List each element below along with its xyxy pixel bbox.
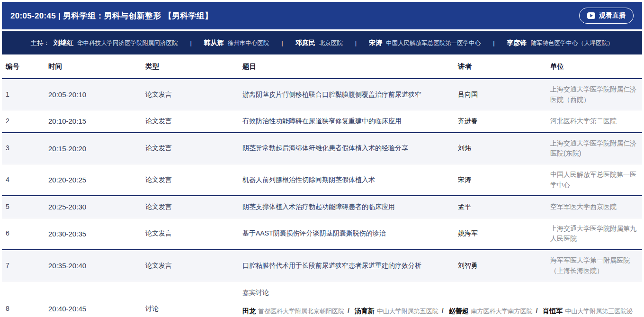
row-number: 6 bbox=[2, 218, 45, 250]
moderator-item: 宋涛中国人民解放军总医院第一医学中心 bbox=[369, 38, 481, 47]
table-row: 6 20:30-20:35 论文发言 基于AAST阴囊损伤评分谈阴茎阴囊撕脱伤的… bbox=[2, 218, 642, 250]
discussion-cell: 嘉宾讨论 田龙首都医科大学附属北京朝阳医院/ 汤育新中山大学附属第五医院/ 赵善… bbox=[239, 281, 642, 317]
discussant-separator: / bbox=[348, 307, 349, 315]
row-speaker: 刘智勇 bbox=[454, 250, 546, 281]
discussant-name: 汤育新 bbox=[355, 307, 375, 315]
session-title: 20:05-20:45 | 男科学组：男科与创新整形 【男科学组】 bbox=[10, 10, 213, 21]
row-number: 5 bbox=[2, 196, 45, 218]
row-speaker: 齐进春 bbox=[454, 110, 546, 133]
discussant: 赵善超南方医科大学南方医院/ bbox=[449, 307, 541, 315]
moderator-name: 邓庶民 bbox=[295, 39, 315, 46]
row-number: 7 bbox=[2, 250, 45, 281]
moderator-item: 韩从辉徐州市中心医院 bbox=[204, 38, 269, 47]
row-org: 上海交通大学医学院附属仁济医院（西院） bbox=[546, 79, 642, 110]
row-speaker: 宋涛 bbox=[454, 164, 546, 196]
moderator-affiliation: 陆军特色医学中心（大坪医院） bbox=[531, 40, 614, 46]
col-title: 题目 bbox=[239, 54, 454, 79]
moderator-item: 刘继红华中科技大学同济医学院附属同济医院 bbox=[54, 38, 178, 47]
row-type: 论文发言 bbox=[142, 110, 239, 133]
moderator-item: 李彦锋陆军特色医学中心（大坪医院） bbox=[507, 38, 614, 47]
row-type: 论文发言 bbox=[142, 164, 239, 196]
discussant: 田龙首都医科大学附属北京朝阳医院/ bbox=[242, 307, 353, 315]
row-number: 3 bbox=[2, 133, 45, 164]
moderator-name: 韩从辉 bbox=[204, 39, 224, 46]
moderator-name: 刘继红 bbox=[54, 39, 73, 46]
row-time: 20:05-20:10 bbox=[45, 79, 142, 110]
row-title: 基于AAST阴囊损伤评分谈阴茎阴囊撕脱伤的诊治 bbox=[239, 218, 454, 250]
row-type: 论文发言 bbox=[142, 196, 239, 218]
discussant-separator: / bbox=[536, 307, 538, 315]
table-row: 7 20:35-20:40 论文发言 口腔粘膜替代术用于长段前尿道狭窄患者尿道重… bbox=[2, 250, 642, 281]
watch-live-label: 观看直播 bbox=[599, 11, 626, 20]
row-type: 论文发言 bbox=[142, 133, 239, 164]
row-org: 河北医科大学第二医院 bbox=[546, 110, 642, 133]
row-time: 20:15-20:20 bbox=[45, 133, 142, 164]
row-number: 4 bbox=[2, 164, 45, 196]
moderator-affiliation: 华中科技大学同济医学院附属同济医院 bbox=[77, 40, 178, 46]
row-org: 空军军医大学西京医院 bbox=[546, 196, 642, 218]
moderator-item: 邓庶民北京医院 bbox=[295, 38, 343, 47]
row-speaker: 刘炜 bbox=[454, 133, 546, 164]
moderator-separator: | bbox=[190, 39, 191, 46]
discussant-org: 中山大学附属第五医院 bbox=[377, 308, 438, 315]
row-speaker: 孟平 bbox=[454, 196, 546, 218]
discussant-list: 田龙首都医科大学附属北京朝阳医院/ 汤育新中山大学附属第五医院/ 赵善超南方医科… bbox=[242, 305, 638, 317]
row-title: 机器人前列腺根治性切除同期阴茎假体植入术 bbox=[239, 164, 454, 196]
row-time: 20:10-20:15 bbox=[45, 110, 142, 133]
row-type: 论文发言 bbox=[142, 218, 239, 250]
table-row-discussion: 8 20:40-20:45 讨论 嘉宾讨论 田龙首都医科大学附属北京朝阳医院/ … bbox=[2, 281, 642, 317]
row-title: 阴茎异常勃起后海绵体纤维化患者假体植入术的经验分享 bbox=[239, 133, 454, 164]
session-header-bar: 20:05-20:45 | 男科学组：男科与创新整形 【男科学组】 观看直播 bbox=[2, 2, 642, 29]
discussant-separator: / bbox=[442, 307, 444, 315]
col-type: 类型 bbox=[142, 54, 239, 79]
table-header-row: 编号 时间 类型 题目 讲者 单位 bbox=[2, 54, 642, 79]
moderator-separator: | bbox=[281, 39, 283, 46]
row-title: 有效防治性功能障碍在尿道狭窄修复重建中的临床应用 bbox=[239, 110, 454, 133]
row-title: 游离阴茎皮片背侧移植联合口腔黏膜腹侧覆盖治疗前尿道狭窄 bbox=[239, 79, 454, 110]
row-time: 20:20-20:25 bbox=[45, 164, 142, 196]
moderators-label: 主持： bbox=[30, 39, 50, 47]
col-org: 单位 bbox=[546, 54, 642, 79]
row-time: 20:35-20:40 bbox=[45, 250, 142, 281]
row-org: 上海交通大学医学院附属仁济医院(东院) bbox=[546, 133, 642, 164]
play-icon bbox=[587, 12, 595, 19]
discussant-name: 赵善超 bbox=[449, 307, 469, 315]
table-row: 1 20:05-20:10 论文发言 游离阴茎皮片背侧移植联合口腔黏膜腹侧覆盖治… bbox=[2, 79, 642, 110]
row-time: 20:30-20:35 bbox=[45, 218, 142, 250]
discussion-label: 嘉宾讨论 bbox=[242, 288, 638, 298]
discussant-name: 肖恒军 bbox=[543, 307, 563, 315]
row-speaker: 姚海军 bbox=[454, 218, 546, 250]
moderator-affiliation: 中国人民解放军总医院第一医学中心 bbox=[386, 40, 481, 46]
moderator-affiliation: 北京医院 bbox=[319, 40, 343, 46]
moderators-bar: 主持： 刘继红华中科技大学同济医学院附属同济医院 | 韩从辉徐州市中心医院 | … bbox=[2, 31, 642, 54]
row-number: 2 bbox=[2, 110, 45, 133]
row-title: 口腔粘膜替代术用于长段前尿道狭窄患者尿道重建的疗效分析 bbox=[239, 250, 454, 281]
col-speaker: 讲者 bbox=[454, 54, 546, 79]
row-type: 论文发言 bbox=[142, 250, 239, 281]
row-title: 阴茎支撑体植入术治疗勃起功能障碍患者的临床应用 bbox=[239, 196, 454, 218]
discussant-org: 首都医科大学附属北京朝阳医院 bbox=[258, 308, 344, 315]
table-row: 5 20:25-20:30 论文发言 阴茎支撑体植入术治疗勃起功能障碍患者的临床… bbox=[2, 196, 642, 218]
moderator-name: 宋涛 bbox=[369, 39, 382, 46]
table-row: 3 20:15-20:20 论文发言 阴茎异常勃起后海绵体纤维化患者假体植入术的… bbox=[2, 133, 642, 164]
row-type: 讨论 bbox=[142, 281, 239, 317]
discussant-name: 田龙 bbox=[242, 307, 256, 315]
row-org: 中国人民解放军总医院第一医学中心 bbox=[546, 164, 642, 196]
moderator-name: 李彦锋 bbox=[507, 39, 527, 46]
table-row: 2 20:10-20:15 论文发言 有效防治性功能障碍在尿道狭窄修复重建中的临… bbox=[2, 110, 642, 133]
row-speaker: 吕向国 bbox=[454, 79, 546, 110]
row-org: 海军军医大学第一附属医院（上海长海医院） bbox=[546, 250, 642, 281]
row-time: 20:25-20:30 bbox=[45, 196, 142, 218]
row-number: 8 bbox=[2, 281, 45, 317]
row-time: 20:40-20:45 bbox=[45, 281, 142, 317]
watch-live-button[interactable]: 观看直播 bbox=[579, 8, 634, 24]
row-org: 上海交通大学医学院附属第九人民医院 bbox=[546, 218, 642, 250]
col-time: 时间 bbox=[45, 54, 142, 79]
moderator-separator: | bbox=[493, 39, 494, 46]
discussant-org: 南方医科大学南方医院 bbox=[471, 308, 533, 315]
row-number: 1 bbox=[2, 79, 45, 110]
moderator-affiliation: 徐州市中心医院 bbox=[228, 40, 269, 46]
table-row: 4 20:20-20:25 论文发言 机器人前列腺根治性切除同期阴茎假体植入术 … bbox=[2, 164, 642, 196]
col-no: 编号 bbox=[2, 54, 45, 79]
moderator-separator: | bbox=[355, 39, 357, 46]
